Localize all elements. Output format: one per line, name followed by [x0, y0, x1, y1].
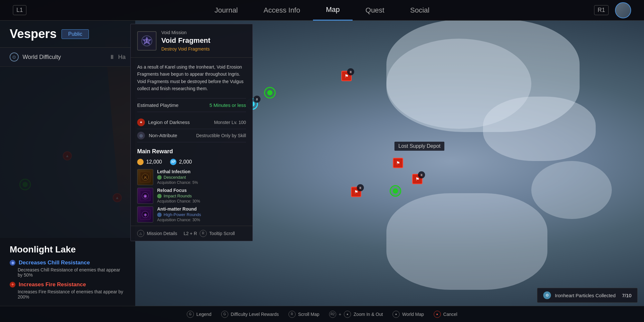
cancel-icon: ●: [434, 311, 441, 318]
ironheart-bar: ⚙ Ironheart Particles Collected 7/10: [537, 288, 638, 303]
mission-body: As a result of Karel using the Ironheart…: [131, 58, 252, 148]
mission-footer: △ Mission Details L2 + R R Tooltip Scrol…: [131, 226, 252, 241]
attr-name: Non-Attribute: [149, 133, 177, 138]
enemy-level: Monster Lv. 100: [214, 120, 246, 125]
ironheart-count: 7/10: [622, 293, 631, 298]
zoom-plus-icon: ●: [344, 311, 351, 318]
reward-item-2: ◈ Anti-matter Round High-Power Rounds Ac…: [137, 206, 246, 223]
mission-details-label: Mission Details: [147, 231, 177, 236]
effect-chill: ◆ Decreases Chill Resistance Decreases C…: [10, 260, 126, 278]
legend-icon: G: [187, 311, 194, 318]
reward-item-name-0: Lethal Infection: [157, 169, 246, 174]
r1-button[interactable]: R1: [594, 5, 609, 15]
mission-desc: As a result of Karel using the Ironheart…: [137, 63, 246, 92]
public-button[interactable]: Public: [62, 29, 89, 39]
enemy-info: ✦ Legion of Darkness: [137, 118, 190, 126]
map-marker-red-2[interactable]: ⚑: [393, 158, 403, 168]
chill-icon: ◆: [10, 260, 15, 266]
l1-label: L1: [16, 7, 23, 13]
fire-title: ✦ Increases Fire Resistance: [10, 281, 126, 288]
location-effects: ◆ Decreases Chill Resistance Decreases C…: [10, 260, 126, 299]
panel-header: Vespers Public: [0, 21, 135, 48]
location-name: Moonlight Lake: [10, 244, 126, 255]
bottom-scroll-map: R Scroll Map: [289, 311, 319, 318]
world-difficulty-row: ⊙ World Difficulty ⏸ Ha: [0, 48, 135, 67]
difficulty-rewards-icon: G: [221, 311, 228, 318]
nav-item-social[interactable]: Social: [397, 0, 442, 21]
reward-item-chance-1: Acquisition Chance: 30%: [157, 199, 246, 204]
bottom-cancel[interactable]: ● Cancel: [434, 311, 458, 318]
mission-details-btn[interactable]: △ Mission Details: [137, 230, 177, 237]
world-difficulty-label: World Difficulty: [23, 54, 109, 61]
map-marker-green-3[interactable]: [390, 185, 401, 197]
world-map-icon: ●: [393, 311, 400, 318]
nav-items: Journal Access Info Map Quest Social: [0, 0, 644, 21]
reward-type-text-0: Descendant: [164, 175, 186, 180]
nav-right: R1: [594, 2, 631, 18]
zoom-label: Zoom In & Out: [354, 312, 383, 317]
pause-icon: ⏸: [109, 54, 115, 61]
attr-icon: ◎: [137, 132, 145, 139]
reward-section: Main Reward 12,000 XP 2,000 ⚔: [131, 148, 252, 226]
bottom-difficulty-rewards: G Difficulty Level Rewards: [221, 311, 279, 318]
svg-text:◉: ◉: [143, 193, 147, 198]
reward-item-1: ◉ Reload Focus Impact Rounds Acquisition…: [137, 188, 246, 204]
reward-item-info-2: Anti-matter Round High-Power Rounds Acqu…: [157, 206, 246, 222]
attr-row: ◎ Non-Attribute Destructible Only by Ski…: [137, 129, 246, 142]
l1-button[interactable]: L1: [13, 5, 26, 15]
reward-item-type-1: Impact Rounds: [157, 194, 246, 198]
bottom-world-map: ● World Map: [393, 311, 424, 318]
gold-amount: 12,000: [146, 159, 162, 165]
map-marker-red-3[interactable]: ⚑ ⏸: [412, 174, 422, 184]
tooltip-scroll-btn[interactable]: L2 + R R Tooltip Scroll: [184, 230, 235, 237]
mission-details-icon: △: [137, 230, 144, 237]
mission-icon: [137, 31, 156, 51]
reward-item-0: ⚔ Lethal Infection Descendant Acquisitio…: [137, 169, 246, 185]
ironheart-label: Ironheart Particles Collected: [555, 293, 615, 298]
nav-item-map[interactable]: Map: [313, 0, 353, 21]
cancel-label: Cancel: [443, 312, 458, 317]
reward-item-info-1: Reload Focus Impact Rounds Acquisition C…: [157, 188, 246, 204]
ironheart-icon: ⚙: [543, 291, 551, 299]
xp-amount: 2,000: [179, 159, 192, 165]
map-marker-red-4[interactable]: ⚑ ⏸: [351, 187, 361, 197]
reward-item-icon-2: ◈: [137, 206, 153, 223]
reward-item-type-0: Descendant: [157, 175, 246, 180]
enemy-badge: ✦: [137, 118, 145, 126]
tooltip-r-icon: R: [200, 230, 207, 237]
region-title: Vespers: [10, 27, 57, 41]
bottom-zoom: R2 + ● Zoom In & Out: [329, 311, 383, 318]
chill-title: ◆ Decreases Chill Resistance: [10, 260, 126, 266]
reward-item-chance-0: Acquisition Chance: 5%: [157, 180, 246, 185]
reward-item-name-1: Reload Focus: [157, 188, 246, 193]
reward-type-text-2: High-Power Rounds: [164, 212, 201, 217]
tooltip-scroll-label: Tooltip Scroll: [209, 231, 235, 236]
mission-subtitle: Destroy Void Fragments: [161, 46, 210, 52]
scroll-map-icon: R: [289, 311, 296, 318]
reward-currency: 12,000 XP 2,000: [137, 159, 246, 165]
mission-header: Void Mission Void Fragment Destroy Void …: [131, 24, 252, 58]
chill-desc: Decreases Chill Resistance of enemies th…: [10, 267, 126, 278]
difficulty-rewards-label: Difficulty Level Rewards: [231, 312, 279, 317]
svg-text:◈: ◈: [144, 212, 147, 217]
reward-item-chance-2: Acquisition Chance: 30%: [157, 218, 246, 222]
nav-item-quest[interactable]: Quest: [353, 0, 397, 21]
map-marker-red-1[interactable]: ⚑ ⏸: [341, 71, 352, 81]
reward-title: Main Reward: [137, 148, 246, 155]
reward-item-name-2: Anti-matter Round: [157, 206, 246, 212]
nav-item-access-info[interactable]: Access Info: [251, 0, 313, 21]
reward-type-icon-1: [157, 194, 162, 198]
fire-icon: ✦: [10, 282, 15, 288]
world-difficulty-icon: ⊙: [10, 52, 19, 62]
map-marker-green-1[interactable]: [264, 87, 276, 99]
attr-value: Destructible Only by Skill: [196, 133, 246, 138]
reward-type-text-1: Impact Rounds: [164, 194, 192, 198]
svg-text:⚔: ⚔: [143, 175, 147, 180]
nav-item-journal[interactable]: Journal: [202, 0, 251, 21]
xp-icon: XP: [170, 159, 176, 165]
scroll-map-label: Scroll Map: [298, 312, 319, 317]
nav-bar: L1 Journal Access Info Map Quest Social …: [0, 0, 644, 21]
currency-gold: 12,000: [137, 159, 162, 165]
reward-item-type-2: High-Power Rounds: [157, 212, 246, 217]
world-map-label: World Map: [402, 312, 424, 317]
